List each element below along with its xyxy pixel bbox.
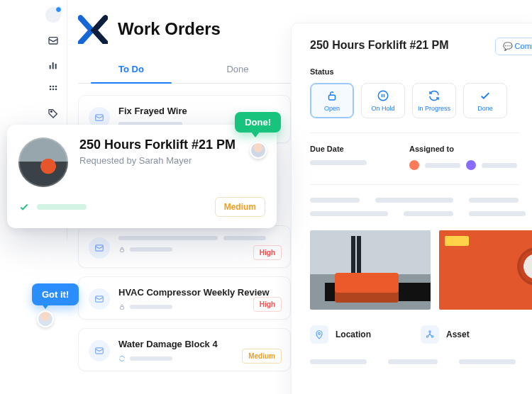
unlock-icon xyxy=(326,89,338,102)
svg-point-9 xyxy=(55,89,57,91)
attachment-image[interactable] xyxy=(439,230,532,310)
commenter-avatar xyxy=(37,310,54,327)
done-pill: Done! xyxy=(235,112,281,133)
commenter-avatar xyxy=(250,142,267,159)
attachment-image[interactable] xyxy=(310,230,431,310)
envelope-icon xyxy=(89,237,110,259)
work-order-card[interactable]: High xyxy=(78,225,291,268)
check-icon xyxy=(18,201,30,213)
svg-rect-14 xyxy=(121,249,124,252)
svg-rect-0 xyxy=(49,38,57,44)
asset-icon xyxy=(421,325,439,344)
status-label: Status xyxy=(310,67,532,76)
priority-pill: Medium xyxy=(215,197,265,217)
featured-title: 250 Hours Forklift #21 PM xyxy=(79,137,235,152)
envelope-icon xyxy=(89,340,110,361)
featured-work-order-card[interactable]: Done! 250 Hours Forklift #21 PM Requeste… xyxy=(7,125,277,228)
featured-subtitle: Requested by Sarah Mayer xyxy=(79,155,235,166)
svg-point-20 xyxy=(318,332,321,334)
svg-point-4 xyxy=(49,86,51,88)
status-open-button[interactable]: Open xyxy=(310,83,354,118)
logo-icon xyxy=(78,14,108,44)
assignee-avatar[interactable] xyxy=(409,160,419,170)
check-icon xyxy=(479,89,492,102)
svg-point-19 xyxy=(378,91,388,101)
tab-todo[interactable]: To Do xyxy=(78,57,184,83)
priority-badge: High xyxy=(253,245,282,260)
gotit-pill: Got it! xyxy=(32,283,79,305)
svg-rect-2 xyxy=(52,62,53,69)
page-title: Work Orders xyxy=(118,19,221,39)
status-done-button[interactable]: Done xyxy=(463,83,507,118)
location-label: Location xyxy=(336,330,371,339)
status-onhold-button[interactable]: On Hold xyxy=(361,83,405,118)
assignee-avatar[interactable] xyxy=(466,160,476,170)
svg-rect-16 xyxy=(121,307,124,310)
comments-button[interactable]: 💬 Comm xyxy=(495,38,532,55)
status-inprogress-button[interactable]: In Progress xyxy=(412,83,456,118)
work-order-card[interactable]: HVAC Compressor Weekly Review High xyxy=(78,276,291,320)
priority-badge: Medium xyxy=(242,349,282,364)
svg-point-6 xyxy=(55,86,57,88)
priority-badge: High xyxy=(253,297,282,312)
refresh-icon xyxy=(428,89,440,102)
list-tabs: To Do Done xyxy=(78,57,291,84)
work-order-thumbnail xyxy=(18,137,68,187)
card-title: HVAC Compressor Weekly Review xyxy=(118,287,280,298)
inbox-icon[interactable] xyxy=(48,35,59,47)
svg-rect-18 xyxy=(329,95,336,100)
pause-icon xyxy=(377,89,389,102)
chart-icon[interactable] xyxy=(48,60,59,71)
nav-avatar[interactable] xyxy=(45,7,61,23)
tab-done[interactable]: Done xyxy=(184,57,291,83)
grid-icon[interactable] xyxy=(48,84,59,95)
svg-point-7 xyxy=(49,89,51,91)
svg-point-8 xyxy=(52,89,54,91)
svg-rect-3 xyxy=(55,64,56,69)
location-icon xyxy=(310,325,328,344)
work-order-detail-panel: 250 Hours Forklift #21 PM 💬 Comm Status … xyxy=(291,23,532,394)
work-order-card[interactable]: Water Damage Block 4 Medium xyxy=(78,328,291,371)
card-title: Water Damage Block 4 xyxy=(118,339,280,349)
tag-icon[interactable] xyxy=(48,108,59,119)
svg-point-10 xyxy=(50,111,52,112)
svg-rect-1 xyxy=(49,65,50,69)
svg-point-21 xyxy=(429,331,431,332)
asset-label: Asset xyxy=(446,330,470,339)
envelope-icon xyxy=(89,288,110,310)
due-date-label: Due Date xyxy=(310,145,367,153)
assigned-to-label: Assigned to xyxy=(409,145,517,153)
svg-point-5 xyxy=(52,86,54,88)
